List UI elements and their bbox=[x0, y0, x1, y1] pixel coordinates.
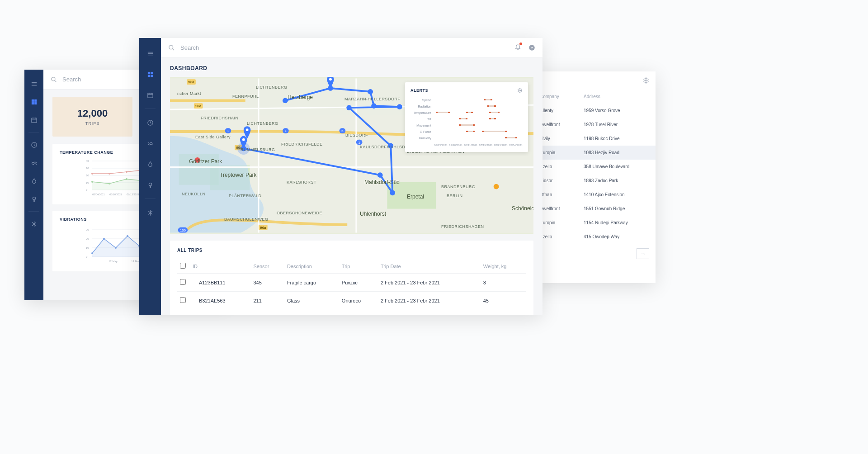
next-page-button[interactable]: → bbox=[637, 248, 649, 259]
svg-text:?: ? bbox=[531, 46, 533, 50]
map-label: Treptower Park bbox=[220, 172, 257, 178]
nav-calendar[interactable] bbox=[24, 112, 43, 128]
map-label: FRIEDRICHSHAIN bbox=[201, 116, 239, 120]
alert-row: Movement bbox=[410, 122, 523, 128]
svg-text:96a: 96a bbox=[260, 226, 266, 230]
svg-point-93 bbox=[368, 89, 373, 95]
nav-waves[interactable] bbox=[24, 155, 43, 170]
svg-text:1: 1 bbox=[358, 141, 360, 145]
nav-calendar[interactable] bbox=[141, 86, 160, 104]
map-card[interactable]: 96a 96a 96a 96a 100 1 1 5 1 LICHTENBERGH… bbox=[170, 77, 533, 234]
nav-snow[interactable] bbox=[141, 203, 160, 222]
map-label: PLÄNTERWALD bbox=[229, 194, 262, 198]
row-checkbox[interactable] bbox=[180, 297, 186, 303]
svg-text:96a: 96a bbox=[195, 104, 202, 108]
col-trip: Trip bbox=[339, 259, 378, 274]
nav-history[interactable] bbox=[141, 114, 160, 132]
map-label: LICHTENBERG bbox=[247, 121, 278, 126]
col-weight: Weight, kg bbox=[481, 259, 526, 274]
table-row[interactable]: Ezello415 Owodep Way bbox=[533, 230, 656, 244]
map-label: LICHTENBERG bbox=[256, 85, 288, 90]
table-row[interactable]: Ezello358 Umawe Boulevard bbox=[533, 160, 656, 174]
svg-point-6 bbox=[33, 197, 35, 199]
table-row[interactable]: Ofnan1410 Ajco Extension bbox=[533, 188, 656, 202]
svg-point-98 bbox=[390, 190, 395, 195]
table-row[interactable]: Puropia1154 Nudegi Parkway bbox=[533, 216, 656, 230]
map-label: BERLIN bbox=[447, 194, 463, 198]
svg-rect-59 bbox=[151, 71, 153, 74]
search-icon bbox=[51, 76, 57, 83]
svg-point-7 bbox=[52, 77, 55, 80]
menu-toggle[interactable] bbox=[141, 44, 160, 62]
nav-drop[interactable] bbox=[24, 173, 43, 189]
svg-text:13 May: 13 May bbox=[131, 260, 140, 263]
map-label: ncher Markt bbox=[177, 91, 201, 96]
map-label: KAULSDORF bbox=[360, 145, 387, 149]
table-row[interactable]: Dwellfront1978 Tusel River bbox=[533, 118, 656, 132]
row-checkbox[interactable] bbox=[180, 279, 186, 285]
map-label: Uhlenhorst bbox=[360, 211, 386, 217]
table-row[interactable]: Puropia1083 Hezjiv Road bbox=[533, 146, 656, 160]
map-label: MARZAHN-HELLERSDORF bbox=[344, 97, 401, 101]
svg-point-106 bbox=[494, 184, 499, 189]
table-row[interactable]: Kidsor1893 Zadoc Park bbox=[533, 174, 656, 188]
map-label: Görlitzer Park bbox=[189, 158, 222, 165]
nav-dashboard[interactable] bbox=[24, 94, 43, 109]
alerts-settings-icon[interactable] bbox=[517, 88, 523, 93]
select-all-checkbox[interactable] bbox=[180, 263, 186, 269]
svg-rect-62 bbox=[147, 93, 152, 98]
svg-rect-60 bbox=[147, 75, 150, 77]
nav-drop[interactable] bbox=[141, 155, 160, 173]
notifications-button[interactable] bbox=[514, 43, 521, 52]
svg-text:12 May: 12 May bbox=[108, 260, 118, 263]
sidebar-left bbox=[24, 70, 43, 300]
kpi-value: 12,000 bbox=[57, 108, 128, 119]
nav-light[interactable] bbox=[24, 191, 43, 207]
svg-rect-1 bbox=[34, 99, 37, 101]
nav-dashboard[interactable] bbox=[141, 65, 160, 83]
svg-text:20: 20 bbox=[86, 174, 89, 177]
main-content: ? DASHBOARD bbox=[161, 38, 542, 315]
col-date: Trip Date bbox=[378, 259, 481, 274]
alerts-chart: SpeedRadiationTemperatureTiltMovementG F… bbox=[410, 97, 523, 141]
map-label: NEUKÖLLN bbox=[182, 192, 206, 196]
alerts-title: ALERTS bbox=[410, 88, 428, 93]
map-label: BRANDENBURG bbox=[441, 184, 476, 189]
table-row[interactable]: Dwellfront1551 Gownuh Ridge bbox=[533, 202, 656, 216]
topbar-main: ? bbox=[161, 38, 542, 58]
svg-text:96a: 96a bbox=[189, 80, 195, 84]
settings-icon[interactable] bbox=[643, 77, 649, 84]
table-row[interactable]: Allenty1959 Vorso Grove bbox=[533, 104, 656, 118]
svg-point-102 bbox=[246, 128, 249, 131]
kpi-card-trips: 12,000 TRIPS bbox=[52, 97, 132, 137]
svg-point-18 bbox=[91, 181, 93, 183]
nav-history[interactable] bbox=[24, 137, 43, 152]
sidebar-main bbox=[139, 38, 161, 315]
col-address: Address bbox=[577, 90, 656, 104]
trips-table: ID Sensor Description Trip Trip Date Wei… bbox=[177, 259, 526, 309]
svg-point-96 bbox=[346, 105, 352, 110]
alert-row: Temperature bbox=[410, 109, 523, 116]
svg-point-26 bbox=[126, 171, 127, 173]
table-row[interactable]: A123BB111345Fragile cargoPuvziic2 Feb 20… bbox=[177, 274, 526, 292]
table-row[interactable]: Zivily1198 Rukoc Drive bbox=[533, 132, 656, 146]
nav-light[interactable] bbox=[141, 176, 160, 194]
panel-main: ? DASHBOARD bbox=[139, 38, 542, 315]
panel-right: Company Address Allenty1959 Vorso GroveD… bbox=[533, 71, 656, 283]
right-topbar bbox=[533, 71, 656, 90]
svg-point-47 bbox=[127, 235, 128, 237]
nav-snow[interactable] bbox=[24, 216, 43, 232]
search-input-main[interactable] bbox=[180, 44, 509, 51]
svg-rect-2 bbox=[31, 102, 33, 104]
svg-point-24 bbox=[91, 173, 93, 175]
nav-waves[interactable] bbox=[141, 134, 160, 152]
menu-toggle[interactable] bbox=[24, 76, 43, 91]
svg-rect-0 bbox=[31, 99, 33, 101]
companies-table: Company Address Allenty1959 Vorso GroveD… bbox=[533, 90, 656, 244]
help-icon[interactable]: ? bbox=[528, 44, 535, 51]
svg-rect-4 bbox=[31, 118, 36, 123]
svg-point-94 bbox=[371, 103, 377, 109]
table-row[interactable]: B321AE563211GlassOnuroco2 Feb 2021 - 23 … bbox=[177, 292, 526, 310]
svg-point-25 bbox=[108, 173, 110, 175]
svg-rect-61 bbox=[151, 75, 153, 77]
